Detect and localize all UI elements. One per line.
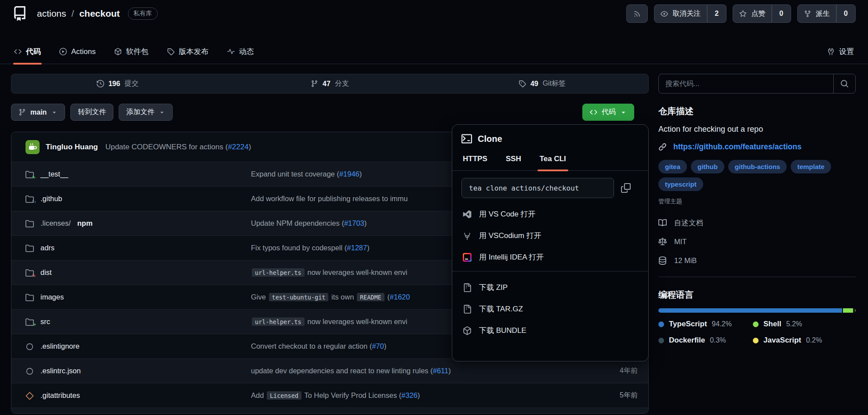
issue-link[interactable]: #70 <box>372 342 384 350</box>
law-icon <box>658 238 667 246</box>
intellij-idea-icon <box>463 253 472 262</box>
fork-count[interactable]: 0 <box>836 4 856 23</box>
repo-content: 196提交 47分支 49Git标签 main 转到文件 添加文件 <box>0 64 868 414</box>
stat-tags[interactable]: 49Git标签 <box>436 79 648 88</box>
topic-github-actions[interactable]: github-actions <box>728 160 787 173</box>
inline-code-chip: url-helper.ts <box>252 268 305 277</box>
copy-button[interactable] <box>621 183 631 193</box>
inline-code-chip: test-ubuntu-git <box>269 293 329 301</box>
folder-icon: ↗ <box>25 318 34 326</box>
download-bundle-item[interactable]: 下载 BUNDLE <box>461 320 639 341</box>
wrench-icon <box>827 48 835 55</box>
vscode-icon <box>463 210 472 219</box>
git-file-icon <box>25 391 34 400</box>
tab-packages[interactable]: 软件包 <box>113 27 149 64</box>
arrow-badge-icon: ↗ <box>32 323 36 326</box>
folder-icon: ✎ <box>25 170 34 178</box>
issue-link[interactable]: #611 <box>433 367 448 375</box>
eslint-file-icon <box>25 367 34 375</box>
vscodium-icon <box>463 231 472 240</box>
issue-link[interactable]: #1620 <box>390 293 410 301</box>
tab-code[interactable]: 代码 <box>13 27 42 64</box>
issue-link[interactable]: #1946 <box>339 170 360 178</box>
commit-author-link[interactable]: Tingluo Huang <box>46 143 98 152</box>
stat-branches[interactable]: 47分支 <box>224 79 436 88</box>
file-toolbar: main 转到文件 添加文件 代码 <box>11 104 649 121</box>
tab-activity[interactable]: 动态 <box>226 27 255 64</box>
language-legend: TypeScript 94.2% Shell 5.2% Dockerfile 0… <box>658 320 856 345</box>
clone-open-menu: 用 VS Code 打开 用 VSCodium 打开 用 Intellij ID… <box>461 203 639 268</box>
open-intellij-item[interactable]: 用 Intellij IDEA 打开 <box>461 246 639 268</box>
folder-icon: ✎ <box>25 268 34 277</box>
add-file-button[interactable]: 添加文件 <box>119 104 173 121</box>
topic-template[interactable]: template <box>791 160 831 173</box>
readme-row[interactable]: 自述文档 <box>658 213 856 232</box>
language-segment-javascript[interactable] <box>855 308 856 313</box>
fork-button[interactable]: 派生 <box>797 4 836 23</box>
language-segment-typescript[interactable] <box>658 308 842 313</box>
tab-actions[interactable]: Actions <box>58 27 97 64</box>
website-link[interactable]: https://github.com/features/actions <box>673 142 802 152</box>
issue-link[interactable]: #1287 <box>347 244 367 252</box>
file-row-eslintrc[interactable]: .eslintrc.json update dev dependencies a… <box>11 358 648 383</box>
repo-logo-icon[interactable] <box>12 6 27 21</box>
watch-count[interactable]: 2 <box>707 4 726 23</box>
topic-typescript[interactable]: typescript <box>658 177 703 191</box>
issue-link[interactable]: #1703 <box>344 219 364 227</box>
pencil-badge-icon: ✎ <box>32 274 36 277</box>
legend-shell: Shell 5.2% <box>753 320 856 328</box>
tag-icon <box>167 48 174 55</box>
languages-title: 编程语言 <box>658 289 856 301</box>
chevron-down-icon <box>620 109 627 115</box>
manage-topics-link[interactable]: 管理主题 <box>658 198 856 206</box>
topic-github[interactable]: github <box>691 160 724 173</box>
repo-meta-list: 自述文档 MIT 12 MiB <box>658 213 856 270</box>
language-segment-dockerfile[interactable] <box>854 308 854 313</box>
download-targz-item[interactable]: 下载 TAR.GZ <box>461 298 639 320</box>
search-button[interactable] <box>833 74 855 93</box>
book-icon <box>658 219 667 227</box>
tab-settings[interactable]: 设置 <box>826 27 855 64</box>
stat-commits[interactable]: 196提交 <box>11 79 224 88</box>
clone-command-input[interactable] <box>461 178 614 198</box>
open-vscode-item[interactable]: 用 VS Code 打开 <box>461 203 639 225</box>
clone-download-menu: 下载 ZIP 下载 TAR.GZ 下载 BUNDLE <box>461 277 639 341</box>
play-circle-icon <box>59 48 67 55</box>
topic-gitea[interactable]: gitea <box>658 160 687 173</box>
tab-ssh[interactable]: SSH <box>505 155 523 170</box>
file-commit-message[interactable]: update dev dependencies and react to new… <box>251 367 600 375</box>
sidebar-divider <box>658 277 856 277</box>
tab-tea-cli[interactable]: Tea CLI <box>538 155 567 170</box>
issue-link[interactable]: #326 <box>401 391 418 399</box>
chevron-down-icon <box>159 109 165 115</box>
watch-button-group: 取消关注 2 <box>654 4 726 23</box>
avatar[interactable] <box>25 140 40 154</box>
file-commit-message[interactable]: Add Licensed To Help Verify Prod License… <box>251 391 600 400</box>
file-zip-icon <box>463 283 472 292</box>
branch-select-button[interactable]: main <box>11 104 65 121</box>
typescript-dot-icon <box>658 321 664 327</box>
star-button[interactable]: 点赞 <box>733 4 772 23</box>
rss-button[interactable] <box>626 4 648 23</box>
latest-commit-message[interactable]: Update CODEOWNERS for actions (#2224) <box>105 143 251 152</box>
code-download-button[interactable]: 代码 <box>582 104 634 121</box>
visibility-badge: 私有库 <box>128 7 158 20</box>
license-row[interactable]: MIT <box>658 232 856 251</box>
breadcrumb-repo-link[interactable]: checkout <box>79 8 120 19</box>
tab-https[interactable]: HTTPS <box>461 155 489 170</box>
open-vscodium-item[interactable]: 用 VSCodium 打开 <box>461 225 639 246</box>
file-commit-time: 4年前 <box>607 366 638 375</box>
goto-file-button[interactable]: 转到文件 <box>70 104 113 121</box>
tab-releases[interactable]: 版本发布 <box>166 27 210 64</box>
git-branch-icon <box>18 108 26 116</box>
download-zip-item[interactable]: 下载 ZIP <box>461 277 639 298</box>
breadcrumb-owner-link[interactable]: actions <box>37 8 66 19</box>
repo-description: Action for checking out a repo <box>658 125 856 134</box>
star-count[interactable]: 0 <box>772 4 791 23</box>
issue-link[interactable]: #2224 <box>228 143 248 151</box>
search-input[interactable] <box>659 74 833 93</box>
javascript-dot-icon <box>753 338 759 343</box>
unwatch-button[interactable]: 取消关注 <box>654 4 707 23</box>
file-row-gitattributes[interactable]: .gitattributes Add Licensed To Help Veri… <box>11 383 648 408</box>
language-segment-shell[interactable] <box>843 308 853 313</box>
